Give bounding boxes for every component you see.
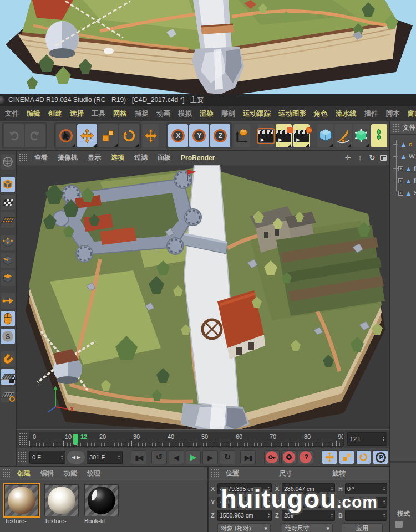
zoom-view-icon[interactable]: ↕ (356, 154, 364, 162)
enable-axis-button[interactable] (1, 293, 15, 309)
edges-mode-button[interactable] (1, 253, 15, 268)
texture-mode-button[interactable] (1, 195, 15, 210)
menu-item-mesh[interactable]: 网格 (109, 109, 131, 119)
subdivision-surface-button[interactable] (353, 124, 369, 147)
menu-item-character[interactable]: 角色 (310, 109, 332, 119)
menu-item-create[interactable]: 创建 (44, 109, 66, 119)
spinner[interactable]: ▴▾ (331, 513, 333, 518)
material-menu-texture[interactable]: 纹理 (82, 469, 105, 478)
render-picture-viewer-button[interactable] (276, 124, 292, 147)
go-to-start-button[interactable]: ▮◀ (131, 450, 146, 464)
material-menu-create[interactable]: 创建 (12, 469, 35, 478)
object-manager-grip[interactable] (393, 124, 400, 132)
expand-toggle[interactable]: + (398, 166, 403, 171)
spinner[interactable]: ▴▾ (268, 499, 270, 505)
recent-tool-move[interactable] (143, 124, 159, 147)
render-view-button[interactable] (258, 124, 274, 147)
object-row[interactable]: +▲ Se (393, 187, 416, 199)
material-menu-edit[interactable]: 编辑 (35, 469, 59, 478)
viewport-menu-view[interactable]: 查看 (30, 153, 52, 162)
material-menu-function[interactable]: 功能 (59, 469, 82, 478)
apply-button[interactable]: 应用 (342, 523, 383, 532)
record-button[interactable] (264, 450, 280, 464)
rotation-p-field[interactable]: -90 °▴▾ (345, 497, 387, 508)
keyframe-selection-button[interactable]: ? (298, 450, 313, 464)
menu-item-plugins[interactable]: 插件 (361, 109, 382, 119)
position-x-field[interactable]: -1879.395 cm▴▾ (217, 483, 272, 494)
next-frame-button[interactable]: ▶ (202, 450, 218, 464)
lock-workplane-button[interactable] (1, 369, 15, 385)
snap-toggle-button[interactable] (1, 351, 15, 367)
go-to-end-button[interactable]: ▶▮ (240, 450, 256, 464)
autokey-button[interactable] (281, 450, 297, 464)
timeline-ruler[interactable]: 0 10 20 30 40 50 60 70 80 90 12 (29, 432, 344, 447)
menu-item-motion-tracker[interactable]: 运动跟踪 (239, 109, 275, 119)
viewport-menu-prorender[interactable]: ProRender (176, 154, 219, 162)
workplane-align-button[interactable] (1, 387, 15, 402)
menu-item-snap[interactable]: 捕捉 (131, 109, 153, 119)
object-manager-file-menu[interactable]: 文件 (403, 124, 415, 132)
viewport-menu-filter[interactable]: 过滤 (130, 153, 152, 162)
material-item[interactable]: Texture- (4, 484, 40, 524)
live-selection-tool[interactable] (56, 124, 76, 147)
material-grip[interactable] (2, 469, 10, 478)
spinner[interactable]: ▴▾ (331, 499, 333, 505)
object-row[interactable]: ▲ d (393, 138, 416, 150)
redo-button[interactable] (25, 124, 45, 147)
axis-z-toggle[interactable]: Z (210, 124, 230, 147)
position-z-field[interactable]: 1550.963 cm▴▾ (217, 510, 272, 521)
expand-toggle[interactable]: + (398, 178, 403, 183)
render-settings-button[interactable] (293, 124, 310, 147)
frame-spinner[interactable]: ▴▾ (383, 436, 384, 442)
spline-pen-button[interactable] (335, 124, 351, 147)
prev-key-button[interactable]: ↺ (151, 450, 167, 464)
record-position-toggle[interactable] (322, 450, 337, 464)
record-parameter-toggle[interactable]: P (373, 450, 388, 464)
menu-item-sculpt[interactable]: 雕刻 (217, 109, 239, 119)
menu-item-pipeline[interactable]: 流水线 (332, 109, 361, 119)
material-item[interactable]: Texture- (44, 484, 80, 524)
rotation-b-field[interactable]: ▴▾ (345, 510, 387, 521)
play-button[interactable]: ▶ (186, 450, 201, 464)
deformer-button[interactable] (371, 124, 387, 147)
record-scale-toggle[interactable] (339, 450, 354, 464)
pan-view-icon[interactable]: ✛ (343, 154, 352, 162)
panel-grip[interactable] (19, 153, 27, 163)
viewport-menu-panel[interactable]: 面板 (153, 153, 175, 162)
spinner[interactable]: ▴▾ (268, 486, 270, 492)
scale-tool[interactable] (98, 124, 118, 147)
rotation-h-field[interactable]: 0 °▴▾ (345, 483, 387, 494)
menu-item-script[interactable]: 脚本 (382, 109, 404, 119)
prev-frame-button[interactable]: ◀ (169, 450, 184, 464)
menu-item-mograph[interactable]: 运动图形 (275, 109, 310, 119)
viewport-solo-button[interactable] (1, 311, 15, 326)
points-mode-button[interactable] (1, 235, 15, 250)
object-row[interactable]: ▲ W (393, 150, 416, 162)
spinner[interactable]: ▴▾ (331, 486, 333, 492)
polygons-mode-button[interactable] (1, 270, 15, 286)
menu-item-simulate[interactable]: 模拟 (174, 109, 196, 119)
coordinate-system-toggle[interactable] (234, 124, 250, 147)
end-frame-spinner[interactable]: ▴▾ (118, 454, 120, 460)
undo-button[interactable] (4, 124, 24, 147)
viewport-menu-display[interactable]: 显示 (83, 153, 105, 162)
expand-toggle[interactable]: + (398, 191, 403, 196)
workplane-mode-button[interactable] (1, 212, 15, 228)
axis-y-toggle[interactable]: Y (189, 124, 209, 147)
position-mode-dropdown[interactable]: 对象 (相对)▾ (217, 523, 271, 532)
menu-item-tools[interactable]: 工具 (88, 109, 109, 119)
primitive-cube-button[interactable] (317, 124, 333, 147)
timeline-grip[interactable] (19, 433, 27, 445)
menu-item-select[interactable]: 选择 (66, 109, 88, 119)
move-tool[interactable] (77, 124, 97, 147)
menu-item-file[interactable]: 文件 (1, 109, 23, 119)
axis-x-toggle[interactable]: X (168, 124, 188, 147)
menu-item-window[interactable]: 窗口 (404, 109, 416, 119)
coordinates-grip[interactable] (211, 469, 219, 478)
current-frame-field[interactable]: 12 F ▴▾ (347, 432, 387, 446)
frame-step-buttons[interactable]: ◀▶ (67, 451, 85, 464)
position-y-field[interactable]: 433.731 cm▴▾ (217, 497, 272, 508)
rotate-view-icon[interactable]: ↻ (368, 154, 377, 162)
spinner[interactable]: ▴▾ (383, 513, 385, 518)
viewport-menu-camera[interactable]: 摄像机 (53, 153, 82, 162)
